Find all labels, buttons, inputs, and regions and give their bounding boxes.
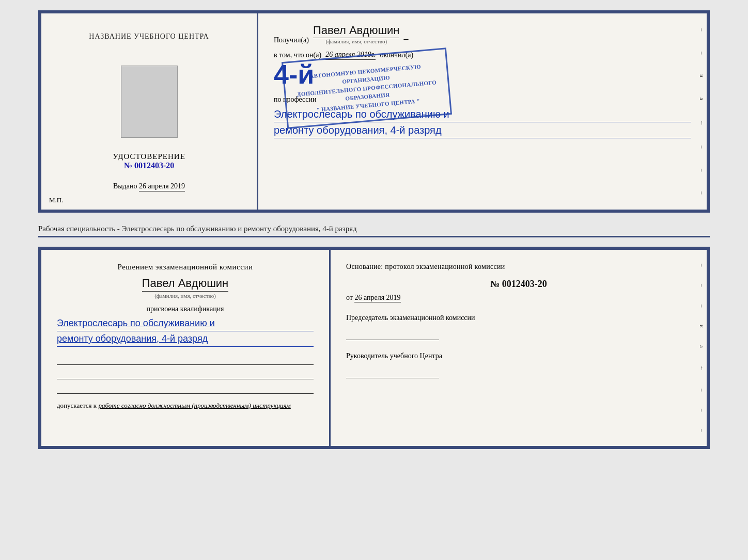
bottom-certificate: Решением экзаменационной комиссии Павел …: [38, 247, 710, 449]
vydano-label: Выдано: [113, 182, 137, 190]
ot-date-block: от 26 апреля 2019: [346, 294, 691, 302]
edge-mark-b7: –: [699, 389, 705, 392]
cert-right-panel: Получил(а) Павел Авдюшин (фамилия, имя, …: [258, 13, 707, 210]
vydano-date: 26 апреля 2019: [139, 182, 185, 191]
sig-line-2: [57, 369, 314, 379]
edge-mark-5: ←: [699, 120, 705, 126]
sig-line-3: [57, 383, 314, 394]
recipient-name: Павел Авдюшин: [313, 24, 399, 38]
cert-bottom-right-panel: Основание: протокол экзаменационной коми…: [331, 250, 707, 446]
edge-mark-8: –: [699, 191, 705, 195]
udostoverenie-block: УДОСТОВЕРЕНИЕ № 0012403-20: [113, 152, 185, 170]
recipient-dash: –: [403, 34, 408, 44]
osnovanie-label: Основание: протокол экзаменационной коми…: [346, 263, 691, 271]
qualification-line1: Электрослесарь по обслуживанию и: [57, 316, 314, 331]
predsedatel-block: Председатель экзаменационной комиссии: [346, 312, 691, 340]
rukovoditel-block: Руководитель учебного Центра: [346, 350, 691, 378]
rukovoditel-label: Руководитель учебного Центра: [346, 350, 691, 361]
prisvoena-label: присвоена квалификация: [57, 305, 314, 313]
ot-date-val: 26 апреля 2019: [354, 294, 400, 302]
edge-mark-1: –: [699, 28, 705, 31]
resheniem-title: Решением экзаменационной комиссии: [57, 263, 314, 271]
ot-prefix: от: [346, 294, 353, 301]
edge-mark-4: а: [699, 98, 705, 100]
protocol-number: № 0012403-20: [346, 279, 691, 290]
stamp-overlay: АВТОНОМНУЮ НЕКОММЕРЧЕСКУЮ ОРГАНИЗАЦИЮ ДО…: [282, 47, 452, 129]
edge-marks-top: – – и а ← – – –: [697, 13, 707, 210]
top-certificate: НАЗВАНИЕ УЧЕБНОГО ЦЕНТРА УДОСТОВЕРЕНИЕ №…: [38, 10, 710, 213]
fio-label-bottom: (фамилия, имя, отчество): [57, 293, 314, 299]
cert-center-title: НАЗВАНИЕ УЧЕБНОГО ЦЕНТРА: [89, 33, 209, 41]
mp-label: М.П.: [49, 196, 63, 204]
person-name-bottom: Павел Авдюшин: [142, 277, 228, 292]
vydano-block: Выдано 26 апреля 2019: [113, 182, 185, 190]
edge-mark-b6: ←: [699, 365, 705, 371]
fio-label-top: (фамилия, имя, отчество): [313, 38, 399, 44]
photo-placeholder: [121, 66, 178, 138]
edge-mark-7: –: [699, 169, 705, 172]
edge-mark-b3: –: [699, 305, 705, 308]
recipient-name-block: Павел Авдюшин (фамилия, имя, отчество): [313, 24, 399, 44]
edge-mark-2: –: [699, 52, 705, 55]
edge-mark-b4: и: [699, 325, 705, 328]
cert-bottom-left-panel: Решением экзаменационной комиссии Павел …: [41, 250, 331, 446]
cert-left-panel: НАЗВАНИЕ УЧЕБНОГО ЦЕНТРА УДОСТОВЕРЕНИЕ №…: [41, 13, 258, 210]
edge-mark-b5: а: [699, 345, 705, 348]
cert-number: № 0012403-20: [113, 161, 185, 170]
predsedatel-sig-line: [346, 327, 439, 340]
vtom-prefix: в том, что он(а): [274, 51, 321, 59]
edge-mark-b8: –: [699, 409, 705, 412]
recipient-line: Получил(а) Павел Авдюшин (фамилия, имя, …: [274, 24, 691, 44]
dopuskaetsya-prefix: допускается к: [57, 402, 97, 409]
edge-mark-b2: –: [699, 284, 705, 287]
qualification-line2: ремонту оборудования, 4-й разряд: [57, 331, 314, 347]
dopuskaetsya-text: работе согласно должностным (производств…: [98, 402, 290, 409]
edge-mark-b1: –: [699, 264, 705, 267]
edge-mark-b9: –: [699, 429, 705, 432]
edge-mark-3: и: [699, 74, 705, 77]
udostoverenie-label: УДОСТОВЕРЕНИЕ: [113, 152, 185, 161]
signature-lines: [57, 355, 314, 394]
middle-text: Рабочая специальность - Электрослесарь п…: [38, 222, 710, 237]
recipient-prefix: Получил(а): [274, 36, 309, 44]
rukovoditel-sig-line: [346, 365, 439, 378]
edge-marks-bottom: – – – и а ← – – –: [697, 250, 707, 446]
sig-line-1: [57, 355, 314, 365]
predsedatel-label: Председатель экзаменационной комиссии: [346, 312, 691, 323]
edge-mark-6: –: [699, 146, 705, 149]
dopuskaetsya-block: допускается к работе согласно должностны…: [57, 402, 314, 410]
profession-name-line2: ремонту оборудования, 4-й разряд: [274, 122, 691, 138]
